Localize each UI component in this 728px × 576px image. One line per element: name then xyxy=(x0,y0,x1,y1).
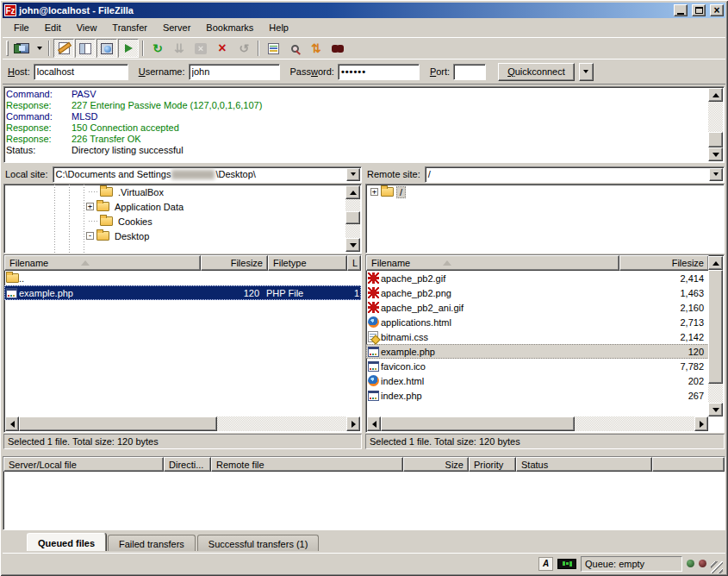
toggle-transfer-queue-button[interactable] xyxy=(118,39,139,58)
filter-button[interactable] xyxy=(263,39,283,58)
tree-item-root[interactable]: + / xyxy=(366,185,724,199)
resize-grip[interactable] xyxy=(711,561,723,573)
column-header-priority[interactable]: Priority xyxy=(469,457,516,472)
scroll-thumb[interactable] xyxy=(381,416,575,431)
column-header-remote-file[interactable]: Remote file xyxy=(211,457,403,472)
expand-plus-icon[interactable]: + xyxy=(370,188,378,196)
host-input[interactable] xyxy=(34,64,128,80)
queue-body[interactable] xyxy=(4,473,724,529)
maximize-button[interactable] xyxy=(692,4,706,16)
column-header-filename[interactable]: Filename xyxy=(4,255,201,271)
column-header-filename[interactable]: Filename xyxy=(366,255,619,271)
scroll-down-button[interactable] xyxy=(345,238,360,252)
scroll-thumb[interactable] xyxy=(708,132,723,147)
quickconnect-dropdown-button[interactable] xyxy=(579,63,594,81)
column-header-filetype[interactable]: Filetype xyxy=(268,255,347,271)
column-header-filesize[interactable]: Filesize xyxy=(619,255,709,271)
scroll-right-button[interactable] xyxy=(346,416,360,431)
ascii-data-type-icon[interactable]: A xyxy=(538,557,553,571)
speed-limit-icon[interactable] xyxy=(557,559,576,569)
menu-help[interactable]: Help xyxy=(261,20,296,35)
local-file-row-selected[interactable]: example.php 120 PHP File 1 xyxy=(4,285,361,300)
toggle-local-tree-button[interactable] xyxy=(75,39,96,58)
remote-file-row[interactable]: applications.html2,713 xyxy=(366,315,709,329)
scroll-thumb[interactable] xyxy=(345,211,360,224)
remote-file-row[interactable]: apache_pb2.gif2,414 xyxy=(366,271,709,285)
remote-site-combo[interactable]: / xyxy=(425,166,725,183)
tree-item-desktop[interactable]: - Desktop xyxy=(4,229,361,243)
remote-file-row[interactable]: favicon.ico7,782 xyxy=(366,359,709,373)
local-site-combo[interactable]: C:\Documents and Settings\Desktop\ xyxy=(53,166,362,183)
toggle-remote-tree-button[interactable] xyxy=(96,39,117,58)
log-scrollbar[interactable] xyxy=(708,88,723,161)
toggle-message-log-button[interactable] xyxy=(53,39,74,58)
site-manager-dropdown-button[interactable] xyxy=(34,39,45,58)
column-header-modified[interactable]: L xyxy=(347,255,361,271)
tree-item-virtualbox[interactable]: .VirtualBox xyxy=(4,185,361,199)
toolbar-grip[interactable] xyxy=(6,41,9,56)
local-file-row-up[interactable]: .. xyxy=(4,271,361,285)
scroll-left-button[interactable] xyxy=(5,416,19,431)
scroll-up-button[interactable] xyxy=(345,185,360,199)
tree-item-cookies[interactable]: Cookies xyxy=(4,214,361,229)
cancel-operation-button[interactable]: × xyxy=(190,39,211,58)
column-header-direction[interactable]: Directi... xyxy=(164,457,211,472)
remote-list-scrollbar[interactable] xyxy=(708,256,723,416)
remote-file-row[interactable]: index.html202 xyxy=(366,373,709,388)
scroll-track[interactable] xyxy=(575,416,694,431)
port-input[interactable] xyxy=(453,64,486,80)
scroll-up-button[interactable] xyxy=(708,256,723,270)
tab-successful-transfers[interactable]: Successful transfers (1) xyxy=(197,535,320,551)
tab-failed-transfers[interactable]: Failed transfers xyxy=(108,535,196,551)
scroll-left-button[interactable] xyxy=(367,416,381,431)
remote-file-row[interactable]: bitnami.css2,142 xyxy=(366,329,709,344)
remote-list-hscrollbar[interactable] xyxy=(367,416,708,431)
column-header-server-local-file[interactable]: Server/Local file xyxy=(3,457,164,472)
find-files-button[interactable] xyxy=(327,39,348,58)
remote-file-row[interactable]: apache_pb2.png1,463 xyxy=(366,285,709,300)
process-queue-button[interactable]: ⇊ xyxy=(169,39,190,58)
menu-file[interactable]: File xyxy=(6,20,37,35)
reconnect-button[interactable]: ↺ xyxy=(233,39,254,58)
quickconnect-button[interactable]: Quickconnect xyxy=(498,63,575,81)
scroll-track[interactable] xyxy=(708,102,723,132)
remote-file-row[interactable]: apache_pb2_ani.gif2,160 xyxy=(366,300,709,315)
column-header-filesize[interactable]: Filesize xyxy=(201,255,268,271)
password-input[interactable] xyxy=(338,64,420,80)
local-site-dropdown-button[interactable] xyxy=(346,168,360,181)
tree-item-application-data[interactable]: + Application Data xyxy=(4,199,361,214)
title-bar[interactable]: Fz john@localhost - FileZilla × xyxy=(3,3,725,18)
scroll-track[interactable] xyxy=(345,224,360,238)
scroll-down-button[interactable] xyxy=(708,403,723,416)
scroll-track[interactable] xyxy=(217,416,346,431)
disconnect-button[interactable]: × xyxy=(212,39,233,58)
expand-plus-icon[interactable]: + xyxy=(86,203,94,210)
scroll-thumb[interactable] xyxy=(19,416,217,431)
local-tree-scrollbar[interactable] xyxy=(345,185,360,252)
scroll-down-button[interactable] xyxy=(708,147,723,161)
local-list-hscrollbar[interactable] xyxy=(5,416,360,431)
refresh-button[interactable]: ↻ xyxy=(147,39,168,58)
site-manager-button[interactable] xyxy=(12,39,33,58)
tab-queued-files[interactable]: Queued files xyxy=(27,533,106,551)
username-input[interactable] xyxy=(189,64,280,80)
menu-edit[interactable]: Edit xyxy=(37,20,69,35)
minimize-button[interactable] xyxy=(674,4,688,16)
scroll-up-button[interactable] xyxy=(708,88,723,102)
scroll-right-button[interactable] xyxy=(694,416,708,431)
menu-server[interactable]: Server xyxy=(155,20,198,35)
column-header-size[interactable]: Size xyxy=(403,457,469,472)
scroll-track[interactable] xyxy=(708,384,723,403)
remote-site-dropdown-button[interactable] xyxy=(709,168,723,181)
collapse-minus-icon[interactable]: - xyxy=(86,232,94,240)
column-header-status[interactable]: Status xyxy=(516,457,652,472)
synchronized-browsing-button[interactable]: ⇅ xyxy=(306,39,327,58)
menu-bookmarks[interactable]: Bookmarks xyxy=(198,20,261,35)
remote-file-row-selected[interactable]: example.php120 xyxy=(366,344,709,359)
menu-view[interactable]: View xyxy=(69,20,105,35)
directory-comparison-button[interactable] xyxy=(284,39,305,58)
scroll-track[interactable] xyxy=(345,199,360,211)
menu-transfer[interactable]: Transfer xyxy=(104,20,155,35)
remote-file-row[interactable]: index.php267 xyxy=(366,388,709,403)
scroll-thumb[interactable] xyxy=(708,270,723,384)
